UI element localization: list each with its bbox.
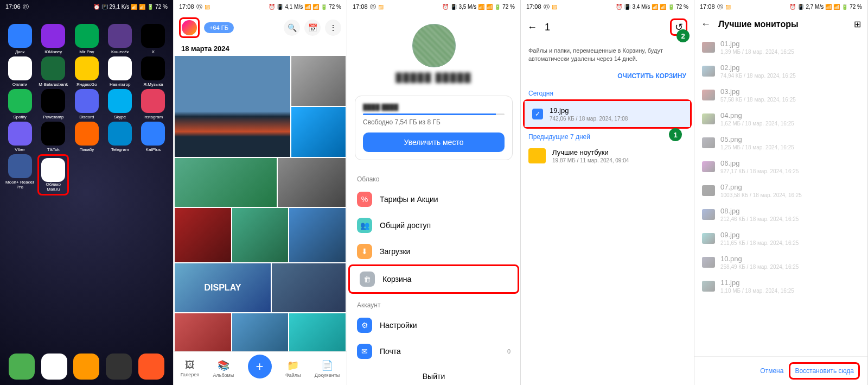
app-icon-glyph [41,56,65,80]
app-icon[interactable]: KatPlus [138,122,169,152]
app-icon[interactable]: Пикабу [71,122,102,152]
info-banner: Файлы и папки, перемещенные в Корзину, б… [521,41,694,69]
net-speed: 3,5 M/s [458,4,476,10]
cancel-button[interactable]: Отмена [760,367,783,375]
app-icon[interactable]: Диск [4,24,35,54]
app-icon[interactable]: Mir Pay [71,24,102,54]
date-label: 18 марта 2024 [174,42,347,55]
photo-thumb[interactable] [289,208,346,262]
add-button[interactable]: + [248,355,272,378]
file-meta: 1,10 МБ / 18 мар. 2024, 16:25 [720,288,794,294]
profile-avatar[interactable] [182,20,197,35]
app-label: ЮMoney [44,49,62,54]
app-icon[interactable]: Облако Mail.ru [37,154,69,195]
file-thumb [702,161,715,172]
back-button[interactable]: ← [527,22,537,33]
net-speed: 2,7 M/s [806,4,824,10]
photo-thumb[interactable] [291,107,346,157]
restore-here-button[interactable]: Восстановить сюда [790,364,858,378]
app-icon[interactable]: Moon+ Reader Pro [4,154,35,195]
app-icon[interactable]: Viber [4,122,35,152]
file-item-selected[interactable]: ✓ 19.jpg 742,06 КБ / 18 мар. 2024, 17:08 [525,101,690,127]
firefox-app[interactable] [138,354,164,380]
profile-name: █████ █████ [347,73,520,83]
photo-thumb[interactable] [232,208,289,262]
menu-tariffs[interactable]: %Тарифы и Акции [347,186,520,212]
nav-files[interactable]: 📁Файлы [285,359,301,378]
profile-avatar-large[interactable] [412,24,456,67]
app-label: Moon+ Reader Pro [4,180,35,190]
calendar-button[interactable]: 📅 [304,20,321,36]
menu-shared[interactable]: 👥Общий доступ [347,212,520,238]
file-list-item[interactable]: 06.jpg927,17 КБ / 18 мар. 2024, 16:25 [694,155,867,179]
app-icon-glyph [75,122,99,146]
photo-thumb[interactable] [175,56,290,157]
storage-badge[interactable]: +64 ГБ [204,22,234,33]
app-icon[interactable]: ЯндексGo [71,56,102,87]
photo-thumb[interactable] [175,208,231,262]
new-folder-button[interactable]: ⊞ [854,19,861,29]
nav-documents[interactable]: 📄Документы [315,359,340,378]
app-icon[interactable]: Оплати [4,56,35,87]
battery-pct: 72 % [850,4,862,10]
camera-app[interactable] [106,354,132,380]
app-icon[interactable]: Telegram [105,122,136,152]
file-thumb [702,185,715,196]
app-icon[interactable]: Instagram [138,89,169,119]
file-list-item[interactable]: 09.jpg211,65 КБ / 18 мар. 2024, 16:25 [694,226,867,250]
messages-app[interactable] [41,354,67,380]
file-list-item[interactable]: 11.jpg1,10 МБ / 18 мар. 2024, 16:25 [694,274,867,298]
nfc-icon: ⓝ [23,3,29,11]
app-label: X [152,49,155,54]
app-icon[interactable]: Навигатор [105,56,136,87]
status-bar: 17:08ⓝ▨ ⏰📳4,1 M/s📶📶🔋72 % [174,0,347,13]
signal-icon: 📶 [660,4,666,10]
phone-app[interactable] [9,354,35,380]
photo-thumb[interactable] [278,158,346,207]
back-button[interactable]: ← [701,18,711,30]
app-icon[interactable]: Spotify [4,89,35,119]
file-list-item[interactable]: 04.png1,62 МБ / 18 мар. 2024, 16:25 [694,107,867,131]
file-list-item[interactable]: 03.jpg57,58 КБ / 18 мар. 2024, 16:25 [694,83,867,107]
search-button[interactable]: 🔍 [284,20,300,36]
menu-downloads[interactable]: ⬇Загрузки [347,238,520,264]
expand-storage-button[interactable]: Увеличить место [363,132,505,152]
file-list-item[interactable]: 05.png1,25 МБ / 18 мар. 2024, 16:25 [694,131,867,155]
file-name: 07.png [720,183,802,191]
photo-thumb[interactable] [175,158,277,207]
clear-trash-link[interactable]: ОЧИСТИТЬ КОРЗИНУ [521,69,694,85]
file-list: 01.jpg1,39 МБ / 18 мар. 2024, 16:2502.jp… [694,35,867,298]
app-icon[interactable]: Discord [71,89,102,119]
menu-settings[interactable]: ⚙Настройки [347,312,520,338]
app-icon[interactable]: Кошелёк [105,24,136,54]
home-screen: 17:06ⓝ ⏰📳29,1 K/s📶📶🔋72 % ДискЮMoneyMir P… [0,0,174,385]
file-list-item[interactable]: 01.jpg1,39 МБ / 18 мар. 2024, 16:25 [694,35,867,59]
logout-button[interactable]: Выйти [347,364,520,385]
app-icon[interactable]: Skype [105,89,136,119]
folder-item[interactable]: Лучшие ноутбуки 19,87 МБ / 11 мар. 2024,… [521,143,694,169]
more-button[interactable]: ⋮ [325,20,341,36]
nav-gallery[interactable]: 🖼Галерея [181,359,200,377]
app-icon[interactable]: Я.Музыка [138,56,169,87]
app-icon-glyph [108,24,132,48]
file-list-item[interactable]: 02.jpg74,94 КБ / 18 мар. 2024, 16:25 [694,59,867,83]
file-thumb [702,281,715,292]
app-icon[interactable]: M-Belarusbank [37,56,69,87]
file-list-item[interactable]: 07.png1003,58 КБ / 18 мар. 2024, 16:25 [694,179,867,203]
contacts-app[interactable] [73,354,99,380]
menu-mail[interactable]: ✉Почта0 [347,338,520,364]
app-icon[interactable]: Poweramp [37,89,69,119]
photo-thumb[interactable] [272,263,346,312]
app-icon[interactable]: X [138,24,169,54]
nav-albums[interactable]: 📚Альбомы [213,359,234,378]
app-icon[interactable]: ЮMoney [37,24,69,54]
menu-trash[interactable]: 🗑Корзина [350,266,518,292]
file-list-item[interactable]: 10.png258,49 КБ / 18 мар. 2024, 16:25 [694,250,867,274]
status-time: 17:08 [179,3,194,10]
photo-thumb[interactable] [291,56,346,106]
photo-thumb[interactable]: DISPLAY [175,263,271,312]
wifi-icon: 📶 [652,4,658,10]
file-list-item[interactable]: 08.jpg212,46 КБ / 18 мар. 2024, 16:25 [694,203,867,226]
app-icon[interactable]: TikTok [37,122,69,152]
checkbox-checked[interactable]: ✓ [532,109,543,119]
